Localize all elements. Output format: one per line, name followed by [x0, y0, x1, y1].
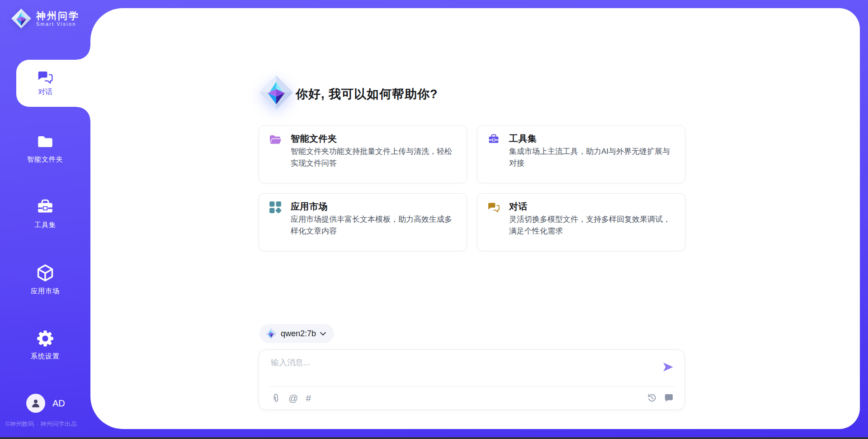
chat-icon [37, 70, 53, 85]
sidebar-item-chat[interactable]: 对话 [16, 60, 90, 107]
avatar [26, 394, 45, 413]
apps-grid-icon [269, 201, 282, 214]
model-diamond-icon [265, 328, 277, 339]
sidebar-item-label: 工具集 [34, 221, 56, 229]
model-name: qwen2:7b [281, 329, 316, 339]
card-title: 对话 [509, 200, 528, 213]
chevron-down-icon [320, 332, 326, 336]
person-icon [30, 397, 42, 409]
app-window: 神州问学 Smart Vision 对话 智能文件夹 [0, 0, 868, 439]
sidebar-item-label: 智能文件夹 [27, 155, 63, 164]
mention-button[interactable]: @ [288, 393, 298, 403]
chat-bubble-icon [664, 393, 674, 403]
assistant-diamond-icon [259, 72, 294, 112]
brand-diamond-icon [11, 8, 32, 29]
folder-icon [36, 132, 55, 151]
card-description: 灵活切换多模型文件，支持多样回复效果调试，满足个性化需求 [509, 214, 674, 237]
briefcase-icon [487, 133, 500, 146]
card-title: 智能文件夹 [291, 133, 337, 145]
card-smart-folder[interactable]: 智能文件夹 智能文件夹功能支持批量文件上传与清洗，轻松实现文件问答 [259, 125, 467, 183]
sidebar-item-smart-folder[interactable]: 智能文件夹 [0, 132, 90, 168]
card-title: 工具集 [509, 133, 537, 145]
card-description: 应用市场提供丰富长文本模板，助力高效生成多样化文章内容 [291, 214, 455, 237]
sidebar-item-label: 对话 [38, 87, 52, 97]
history-icon [647, 393, 657, 403]
sidebar-item-label: 应用市场 [31, 287, 60, 296]
topic-button[interactable]: # [306, 393, 311, 403]
hash-icon: # [306, 393, 311, 403]
user-initials: AD [52, 398, 65, 409]
tab-fillet-bottom [77, 107, 90, 120]
cube-icon [35, 263, 55, 283]
card-app-market[interactable]: 应用市场 应用市场提供丰富长文本模板，助力高效生成多样化文章内容 [259, 193, 467, 251]
paperclip-icon [271, 393, 281, 404]
feature-cards: 智能文件夹 智能文件夹功能支持批量文件上传与清洗，轻松实现文件问答 工具集 集成… [259, 125, 685, 251]
send-icon [662, 361, 675, 373]
brand-name-cn: 神州问学 [36, 10, 80, 21]
attach-file-button[interactable] [271, 393, 281, 404]
sidebar-item-toolset[interactable]: 工具集 [0, 198, 90, 234]
at-icon: @ [288, 393, 298, 403]
gear-icon [36, 329, 55, 348]
sidebar-item-label: 系统设置 [31, 352, 60, 361]
sidebar-item-settings[interactable]: 系统设置 [0, 329, 90, 365]
briefcase-icon [36, 198, 55, 217]
card-description: 集成市场上主流工具，助力AI与外界无缝扩展与对接 [509, 146, 674, 169]
user-account[interactable]: AD [26, 394, 65, 413]
sidebar: 神州问学 Smart Vision 对话 智能文件夹 [0, 0, 90, 439]
sidebar-item-app-market[interactable]: 应用市场 [0, 263, 90, 299]
composer-divider [269, 387, 675, 387]
chat-bubbles-icon [487, 201, 500, 214]
brand-name-en: Smart Vision [36, 21, 80, 27]
message-composer: @ # [259, 349, 685, 410]
brand-logo: 神州问学 Smart Vision [11, 8, 80, 29]
card-description: 智能文件夹功能支持批量文件上传与清洗，轻松实现文件问答 [291, 146, 455, 169]
card-title: 应用市场 [291, 200, 328, 213]
main-panel: 你好, 我可以如何帮助你? 智能文件夹 智能文件夹功能支持批量文件上传与清洗，轻… [90, 8, 860, 429]
greeting-text: 你好, 我可以如何帮助你? [296, 86, 438, 102]
card-chat[interactable]: 对话 灵活切换多模型文件，支持多样回复效果调试，满足个性化需求 [477, 193, 685, 251]
send-button[interactable] [662, 361, 675, 373]
screen-bottom-edge [0, 437, 868, 439]
message-input[interactable] [271, 357, 660, 382]
history-button[interactable] [647, 393, 657, 403]
new-chat-button[interactable] [664, 393, 674, 403]
model-selector[interactable]: qwen2:7b [259, 324, 334, 343]
card-toolset[interactable]: 工具集 集成市场上主流工具，助力AI与外界无缝扩展与对接 [477, 125, 685, 183]
folder-open-icon [269, 133, 282, 146]
tab-fillet-top [77, 46, 90, 60]
copyright-text: ©神州数码 · 神州问学出品 [5, 420, 89, 428]
